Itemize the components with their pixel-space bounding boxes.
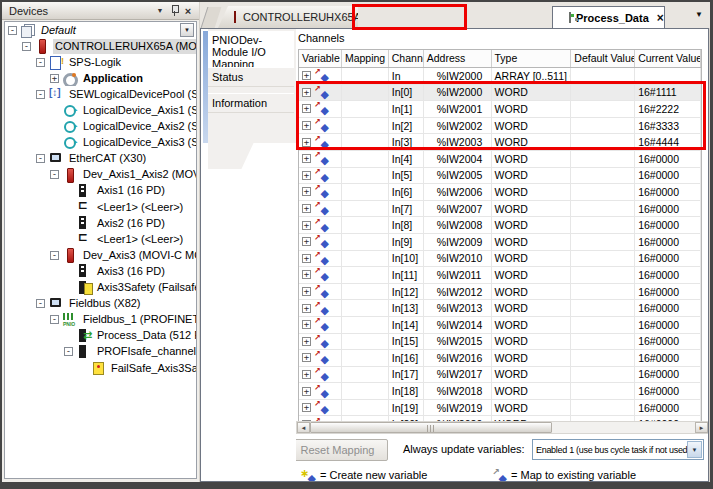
collapse-icon[interactable]: - <box>36 154 45 163</box>
table-row[interactable]: +↗◆In[7]%IW2007WORD16#0000 <box>299 201 701 218</box>
scrollbar-thumb[interactable] <box>310 422 552 433</box>
expand-icon[interactable]: + <box>302 353 311 362</box>
expand-icon[interactable]: + <box>302 403 311 412</box>
table-row[interactable]: +↗◆In[1]%IW2001WORD16#2222 <box>299 101 701 118</box>
expand-icon[interactable]: + <box>302 154 311 163</box>
scrollbar-track[interactable] <box>552 422 695 433</box>
column-header-default-value[interactable]: Default Value <box>571 50 635 67</box>
collapse-icon[interactable]: - <box>36 299 45 308</box>
table-row[interactable]: +↗◆In[5]%IW2005WORD16#0000 <box>299 168 701 185</box>
table-row[interactable]: +↗◆In[9]%IW2009WORD16#0000 <box>299 234 701 251</box>
tree-item[interactable]: -PROFIsafe_channel (SE <box>5 344 196 360</box>
expand-icon[interactable]: + <box>302 304 311 313</box>
expand-icon[interactable]: + <box>302 337 311 346</box>
expand-icon[interactable]: + <box>302 71 311 80</box>
tree-item[interactable]: -Dev_Axis1_Axis2 (MOVI-C I <box>5 167 196 183</box>
table-row[interactable]: +↗◆In[6]%IW2006WORD16#0000 <box>299 184 701 201</box>
collapse-icon[interactable]: - <box>50 251 59 260</box>
expand-icon[interactable]: + <box>50 74 59 83</box>
tree-item[interactable]: -LogicalDevice_Axis3 (SEWLo <box>5 135 196 151</box>
always-update-dropdown[interactable]: Enabled 1 (use bus cycle task if not use… <box>532 439 704 460</box>
table-row[interactable]: +↗◆In[0]%IW2000WORD16#1111 <box>299 85 701 102</box>
tree-item[interactable]: -Fieldbus_1 (PROFINET I/O- <box>5 312 196 328</box>
horizontal-scrollbar[interactable]: ◄ ► <box>296 421 708 434</box>
table-row[interactable]: +↗◆In[2]%IW2002WORD16#3333 <box>299 118 701 135</box>
collapse-icon[interactable]: - <box>64 347 73 356</box>
reset-mapping-button[interactable]: Reset Mapping <box>296 439 388 461</box>
tree-item[interactable]: -Dev_Axis3 (MOVI-C MOVID <box>5 247 196 263</box>
tab-overflow-chevron-icon[interactable]: ▼ <box>695 10 703 19</box>
tree-item[interactable]: -FailSafe_Axis3Safe <box>5 360 196 376</box>
dropdown-chevron-icon[interactable]: ▼ <box>687 441 702 458</box>
table-row[interactable]: +↗◆In[19]%IW2019WORD16#0000 <box>299 400 701 417</box>
table-row[interactable]: +↗◆In%IW2000ARRAY [0..511] O <box>299 68 701 85</box>
tree-item[interactable]: -<Leer1> (<Leer>) <box>5 199 196 215</box>
tree-item[interactable]: -LogicalDevice_Axis2 (SEWLo <box>5 119 196 135</box>
collapse-icon[interactable]: - <box>50 170 59 179</box>
column-header-current-value[interactable]: Current Value <box>635 50 701 67</box>
column-header-mapping[interactable]: Mapping <box>342 50 389 67</box>
collapse-icon[interactable]: - <box>50 315 59 324</box>
pin-panel-button[interactable] <box>167 4 181 17</box>
column-header-address[interactable]: Address <box>424 50 492 67</box>
table-row[interactable]: +↗◆In[14]%IW2014WORD16#0000 <box>299 317 701 334</box>
tab-controlleruhx65a[interactable]: CONTROLLERUHX65A <box>218 6 358 28</box>
expand-icon[interactable]: + <box>302 138 311 147</box>
tree-item[interactable]: -Axis1 (16 PD) <box>5 183 196 199</box>
tree-item[interactable]: -SEWLogicalDevicePool (SEWLog <box>5 86 196 102</box>
expand-icon[interactable]: + <box>302 204 311 213</box>
table-row[interactable]: +↗◆In[3]%IW2003WORD16#4444 <box>299 134 701 151</box>
collapse-icon[interactable]: - <box>36 58 45 67</box>
tree-item[interactable]: -<Leer1> (<Leer>) <box>5 231 196 247</box>
expand-icon[interactable]: + <box>302 270 311 279</box>
expand-icon[interactable]: + <box>302 221 311 230</box>
expand-icon[interactable]: + <box>302 320 311 329</box>
column-header-variable[interactable]: Variable <box>299 50 342 67</box>
side-tab-information[interactable]: Information <box>208 93 294 113</box>
column-header-channel[interactable]: Channel <box>389 50 424 67</box>
tree-item[interactable]: -Default▼ <box>5 22 196 38</box>
expand-icon[interactable]: + <box>302 88 311 97</box>
table-row[interactable]: +↗◆In[13]%IW2013WORD16#0000 <box>299 300 701 317</box>
side-tab-status[interactable]: Status <box>208 67 294 87</box>
collapse-icon[interactable]: - <box>22 42 31 51</box>
table-row[interactable]: +↗◆In[4]%IW2004WORD16#0000 <box>299 151 701 168</box>
table-row[interactable]: +↗◆In[18]%IW2018WORD16#0000 <box>299 383 701 400</box>
expand-icon[interactable]: + <box>302 171 311 180</box>
table-row[interactable]: +↗◆In[17]%IW2017WORD16#0000 <box>299 367 701 384</box>
tab-close-icon[interactable]: × <box>657 13 664 23</box>
scroll-right-button[interactable]: ► <box>695 422 708 433</box>
table-row[interactable]: +↗◆In[11]%IW2011WORD16#0000 <box>299 267 701 284</box>
expand-icon[interactable]: + <box>302 387 311 396</box>
table-row[interactable]: +↗◆In[16]%IW2016WORD16#0000 <box>299 350 701 367</box>
close-panel-button[interactable]: × <box>181 4 195 17</box>
collapse-icon[interactable]: - <box>36 90 45 99</box>
tree-item[interactable]: -Axis3 (16 PD) <box>5 263 196 279</box>
tree-item[interactable]: -EtherCAT (X30) <box>5 151 196 167</box>
profile-dropdown-button[interactable]: ▼ <box>180 23 194 37</box>
expand-icon[interactable]: + <box>302 370 311 379</box>
tree-item[interactable]: -Fieldbus (X82) <box>5 296 196 312</box>
tree-item[interactable]: -LogicalDevice_Axis1 (SEWLo <box>5 102 196 118</box>
table-row[interactable]: +↗◆In[8]%IW2008WORD16#0000 <box>299 217 701 234</box>
expand-icon[interactable]: + <box>302 237 311 246</box>
expand-icon[interactable]: + <box>302 121 311 130</box>
tree-item[interactable]: -CONTROLLERUHX65A (MOVI-C CON <box>5 38 196 54</box>
table-row[interactable]: +↗◆In[10]%IW2010WORD16#0000 <box>299 251 701 268</box>
expand-icon[interactable]: + <box>302 104 311 113</box>
tree-item[interactable]: -Axis3Safety (Failsafe <box>5 280 196 296</box>
tab-process_data[interactable]: Process_Data× <box>552 6 665 28</box>
table-row[interactable]: +↗◆In[15]%IW2015WORD16#0000 <box>299 334 701 351</box>
panel-menu-button[interactable]: ▼ <box>153 4 167 17</box>
expand-icon[interactable]: + <box>302 254 311 263</box>
table-row[interactable]: +↗◆In[12]%IW2012WORD16#0000 <box>299 284 701 301</box>
column-header-type[interactable]: Type <box>492 50 572 67</box>
scroll-left-button[interactable]: ◄ <box>297 422 310 433</box>
tree-item[interactable]: +Application <box>5 70 196 86</box>
tree-item[interactable]: -Axis2 (16 PD) <box>5 215 196 231</box>
expand-icon[interactable]: + <box>302 187 311 196</box>
tree-item[interactable]: -Process_Data (512 Pr <box>5 328 196 344</box>
collapse-icon[interactable]: - <box>8 26 17 35</box>
expand-icon[interactable]: + <box>302 287 311 296</box>
tree-item[interactable]: -SPS-Logik <box>5 54 196 70</box>
